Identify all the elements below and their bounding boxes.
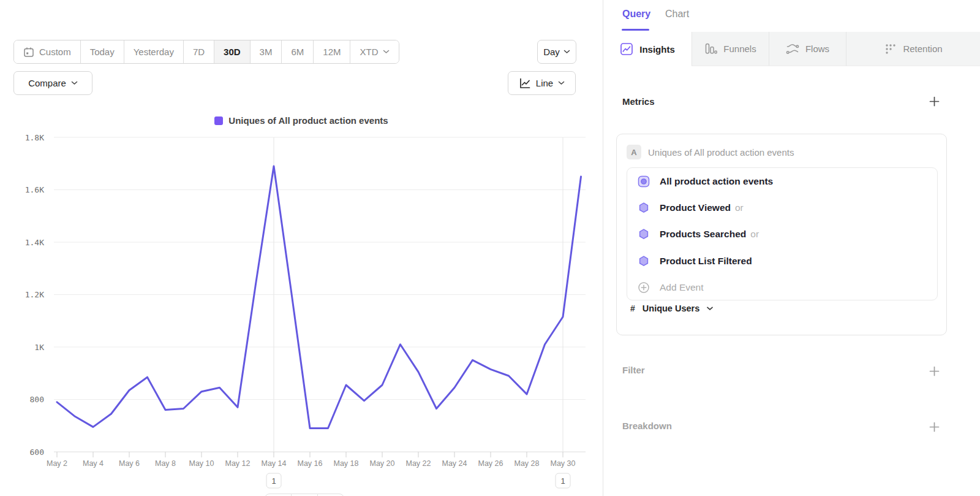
date-range-yesterday[interactable]: Yesterday [124,40,183,63]
tab-query[interactable]: Query [622,9,650,20]
y-axis-tick-label: 1.6K [25,185,44,194]
date-range-30d[interactable]: 30D [214,40,250,63]
x-axis-tick-label: May 18 [334,459,359,468]
annotation-count: 1 [271,476,276,486]
date-range-3m[interactable]: 3M [250,40,282,63]
insights-icon [620,42,633,56]
date-range-7d[interactable]: 7D [183,40,214,63]
chart-legend: Uniques of All product action events [0,115,603,126]
event-row-product-viewed[interactable]: Product Viewed or [627,194,937,221]
x-axis-tick-label: May 12 [225,459,251,468]
line-chart[interactable]: 6008001K1.2K1.4K1.6K1.8KMay 2May 4May 6M… [0,129,603,496]
hash-icon: # [630,303,635,313]
date-range-custom[interactable]: Custom [14,40,80,63]
tab-chart[interactable]: Chart [665,9,689,20]
x-axis-tick-label: May 4 [83,459,104,468]
event-hexagon-icon [638,255,650,267]
metrics-title: Metrics [622,96,655,107]
date-range-label: Custom [39,47,71,57]
x-axis-tick-label: May 2 [47,459,67,468]
query-panel: Query Chart Insights Fu [603,0,980,496]
x-axis-tick-label: May 8 [155,459,176,468]
funnels-icon [704,42,717,55]
compare-button[interactable]: Compare [13,71,92,95]
line-chart-svg: 6008001K1.2K1.4K1.6K1.8KMay 2May 4May 6M… [0,129,603,496]
chevron-down-icon [558,81,565,85]
chevron-down-icon [71,81,78,85]
chart-type-button[interactable]: Line [508,71,576,95]
event-hexagon-icon [638,228,650,240]
legend-swatch [214,116,223,125]
granularity-button[interactable]: Day [537,40,576,64]
add-breakdown-button[interactable] [929,421,940,432]
tab-flows[interactable]: Flows [769,32,846,66]
x-axis-tick-label: May 10 [189,459,214,468]
metric-series-row[interactable]: A Uniques of All product action events [627,145,794,159]
series-line[interactable] [57,166,581,429]
add-event-button[interactable]: Add Event [627,275,937,300]
date-range-xtd[interactable]: XTD [350,40,399,63]
y-axis-tick-label: 1.2K [25,290,44,299]
y-axis-tick-label: 800 [30,395,44,404]
x-axis-tick-label: May 14 [262,459,287,468]
calendar-icon [23,47,34,58]
add-metric-button[interactable] [929,96,940,107]
event-hexagon-icon [638,202,650,214]
tab-funnels[interactable]: Funnels [692,32,769,66]
x-axis-tick-label: May 16 [298,459,323,468]
annotation-count: 1 [560,476,565,486]
active-tab-underline [622,29,649,31]
date-range-12m[interactable]: 12M [313,40,350,63]
x-axis-tick-label: May 20 [370,459,395,468]
breakdown-title: Breakdown [622,421,672,431]
x-axis-tick-label: May 26 [478,459,503,468]
y-axis-tick-label: 600 [30,448,44,457]
y-axis-tick-label: 1.8K [25,133,44,142]
tab-retention[interactable]: Retention [846,32,980,66]
series-letter-badge: A [627,145,641,159]
y-axis-tick-label: 1K [34,343,44,352]
date-range-6m[interactable]: 6M [281,40,313,63]
event-row-product-list-filtered[interactable]: Product List Filtered [627,248,937,274]
chevron-down-icon [383,50,390,54]
filter-title: Filter [622,365,645,375]
x-axis-tick-label: May 22 [406,459,431,468]
x-axis-tick-label: May 6 [119,459,140,468]
chart-panel: Custom Today Yesterday 7D 30D 3M 6M 12M … [0,0,603,496]
x-axis-tick-label: May 24 [442,459,467,468]
date-range-control: Custom Today Yesterday 7D 30D 3M 6M 12M … [13,40,399,64]
x-axis-tick-label: May 30 [551,459,576,468]
tab-insights[interactable]: Insights [603,32,692,66]
event-group-icon [638,175,650,188]
x-axis-tick-label: May 28 [514,459,540,468]
line-chart-icon [519,77,531,90]
add-filter-button[interactable] [929,365,940,376]
retention-icon [884,43,897,55]
events-group: All product action events Product Viewed… [627,167,938,300]
series-label: Uniques of All product action events [648,147,794,158]
chevron-down-icon [564,50,570,54]
y-axis-tick-label: 1.4K [25,238,44,247]
circle-plus-icon [638,281,650,294]
flows-icon [786,42,799,56]
report-type-tabbar: Insights Funnels Flows [603,32,980,66]
date-range-today[interactable]: Today [80,40,124,63]
aggregation-selector[interactable]: # Unique Users [630,303,713,313]
event-row-products-searched[interactable]: Products Searched or [627,221,937,248]
chart-footer-control[interactable] [265,494,344,496]
event-row-all-product-action-events[interactable]: All product action events [627,168,937,194]
chevron-down-icon [707,307,713,311]
metric-card: A Uniques of All product action events A… [616,134,947,335]
legend-label: Uniques of All product action events [228,115,388,126]
